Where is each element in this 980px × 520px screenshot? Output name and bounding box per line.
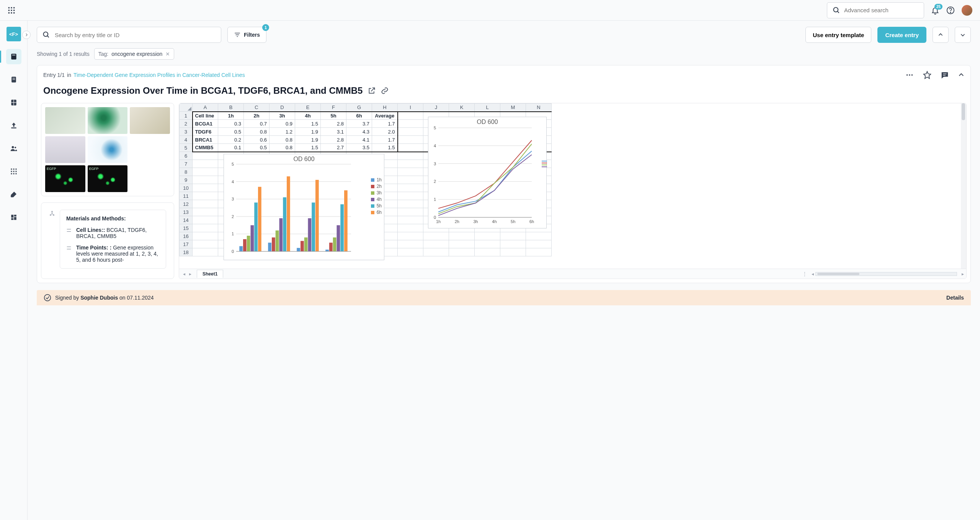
svg-point-45 [911,74,913,76]
vertical-scrollbar[interactable] [961,103,966,269]
global-search-input[interactable] [844,7,918,13]
sidebar-item-upload[interactable] [6,118,21,133]
svg-rect-30 [13,173,14,174]
external-link-icon [368,87,376,95]
use-template-button[interactable]: Use entry template [805,27,871,43]
sidebar-item-apps[interactable] [6,164,21,179]
help-icon [946,6,955,15]
svg-rect-79 [287,176,290,251]
sheet-next[interactable]: ▸ [189,271,191,277]
svg-text:3h: 3h [473,219,478,224]
sidebar-item-notebook[interactable] [6,49,21,64]
chevron-up-icon [958,72,964,78]
hscroll-left[interactable]: ◂ [810,271,815,277]
thumbnail[interactable] [45,136,85,163]
check-circle-icon [44,294,51,302]
chevron-up-icon [938,32,943,37]
notifications-badge: 25 [934,4,942,10]
list-item-icon [66,245,72,263]
thumbnail[interactable] [45,107,85,134]
signed-details-button[interactable]: Details [946,295,964,301]
sheet-options[interactable]: ⋮ [799,271,810,277]
sidebar-item-docs[interactable] [6,72,21,87]
svg-rect-27 [13,171,14,172]
svg-rect-3 [8,10,10,11]
svg-text:0: 0 [232,249,234,254]
thumbnail[interactable]: EGFP [88,165,128,192]
bar-chart[interactable]: OD 600 012345 1h2h3h4h5h6h [224,154,384,260]
svg-rect-26 [11,171,12,172]
svg-rect-80 [297,248,300,251]
workflow-icon [49,210,55,217]
filter-icon [234,31,241,38]
create-entry-button[interactable]: Create entry [877,27,926,43]
filter-chip-remove[interactable] [165,52,170,56]
entry-search-input[interactable] [55,32,216,38]
comment-button[interactable] [941,71,949,79]
line-chart[interactable]: OD 600 0123451h2h3h4h5h6h [428,117,547,228]
breadcrumb-parent[interactable]: Time-Dependent Gene Expression Profiles … [74,72,245,78]
more-button[interactable] [905,71,914,79]
search-icon [42,31,50,39]
thumbnail[interactable] [88,136,128,163]
sheet-prev[interactable]: ◂ [183,271,185,277]
star-button[interactable] [923,71,931,79]
filter-chip-tag[interactable]: Tag: oncogene expression [94,48,175,60]
entry-title: Oncogene Expression Over Time in BCGA1, … [43,85,363,96]
hscroll-right[interactable]: ▸ [959,271,966,277]
chart-title: OD 600 [428,117,546,126]
notifications-button[interactable]: 25 [931,6,939,15]
copy-link-button[interactable] [381,87,389,95]
apps-grid-icon[interactable] [8,7,15,14]
filters-button[interactable]: Filters 1 [227,27,266,43]
horizontal-scrollbar[interactable] [815,272,957,276]
sidebar-logo[interactable]: <F> [7,27,21,41]
svg-point-49 [52,211,53,212]
thumbnail[interactable]: EGFP [45,165,85,192]
help-button[interactable] [946,6,955,15]
svg-rect-78 [283,197,286,251]
list-item-icon [66,228,72,239]
svg-point-12 [950,12,951,12]
expand-down-button[interactable] [955,27,971,43]
svg-rect-91 [344,190,348,251]
svg-rect-1 [11,7,12,8]
sidebar-item-sign[interactable] [6,187,21,202]
sidebar-collapse-toggle[interactable] [22,31,31,39]
thumbnail[interactable] [130,107,170,134]
avatar[interactable] [962,5,972,16]
svg-text:6h: 6h [529,219,534,224]
svg-point-22 [15,147,16,148]
thumbnail[interactable] [88,107,128,134]
svg-point-21 [11,146,14,148]
spreadsheet[interactable]: ABCDEFGHIJKLMN1Cell line1h2h3h4h5h6hAver… [179,103,967,279]
sidebar-item-inventory[interactable] [6,95,21,110]
breadcrumb-entry-count: Entry 1/1 [43,72,65,78]
svg-point-50 [50,215,51,216]
sidebar-item-team[interactable] [6,141,21,156]
svg-rect-70 [247,236,250,251]
sheet-tab[interactable]: Sheet1 [197,270,223,278]
svg-point-51 [53,215,54,216]
open-external-button[interactable] [368,87,376,95]
close-icon [165,52,170,56]
entry-search[interactable] [37,27,221,43]
svg-text:2h: 2h [455,219,459,224]
svg-rect-2 [13,7,15,8]
collapse-entry-button[interactable] [958,72,964,78]
sidebar-item-dashboard[interactable] [6,210,21,225]
inventory-icon [10,99,18,106]
svg-text:2: 2 [232,214,234,219]
team-icon [10,145,18,152]
signed-text: Signed by Sophie Dubois on 07.11.2024 [55,295,154,301]
svg-point-9 [834,7,838,12]
svg-rect-72 [254,202,258,251]
global-search[interactable] [827,2,924,18]
svg-line-37 [47,36,49,37]
link-icon [381,87,389,95]
svg-rect-5 [13,10,15,11]
collapse-up-button[interactable] [933,27,949,43]
svg-rect-8 [13,12,15,13]
search-icon [833,7,840,14]
filters-count-badge: 1 [262,24,269,31]
